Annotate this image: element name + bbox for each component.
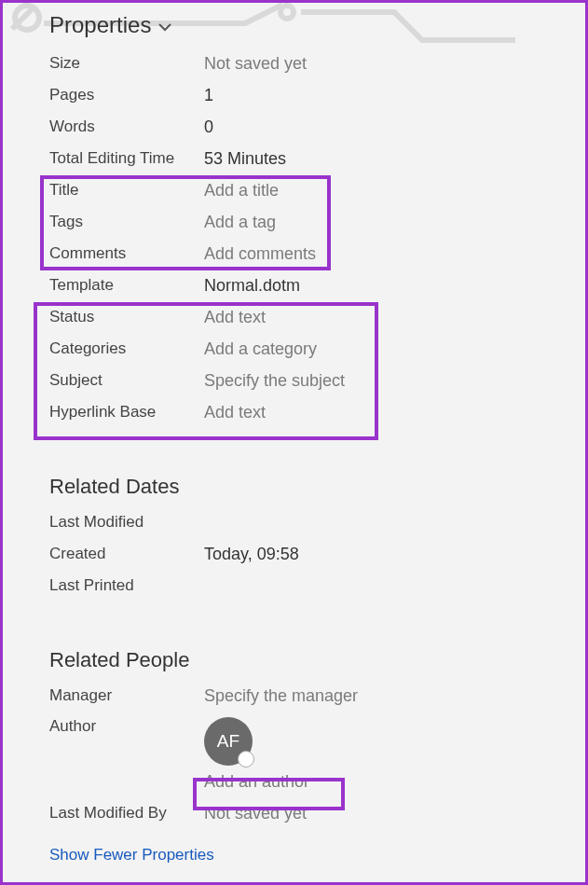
related-people-heading: Related People [49, 648, 585, 672]
title-field[interactable]: Add a title [204, 181, 279, 201]
comments-label: Comments [49, 244, 204, 263]
last-modified-by-value: Not saved yet [204, 804, 307, 823]
editing-time-value: 53 Minutes [204, 149, 286, 169]
manager-label: Manager [49, 686, 204, 705]
related-dates-heading: Related Dates [49, 475, 585, 499]
last-modified-by-label: Last Modified By [49, 804, 204, 823]
tags-label: Tags [49, 213, 204, 231]
properties-heading[interactable]: Properties [49, 12, 151, 38]
words-label: Words [49, 118, 204, 136]
status-label: Status [49, 308, 204, 326]
presence-badge-icon [238, 751, 254, 767]
last-modified-label: Last Modified [49, 513, 204, 532]
show-fewer-properties-link[interactable]: Show Fewer Properties [49, 846, 585, 864]
size-label: Size [49, 54, 204, 73]
subject-label: Subject [49, 371, 204, 390]
size-value: Not saved yet [204, 54, 307, 74]
add-author-field[interactable]: Add an author [204, 772, 309, 792]
manager-field[interactable]: Specify the manager [204, 686, 358, 706]
words-value: 0 [204, 118, 213, 137]
editing-time-label: Total Editing Time [49, 149, 204, 168]
author-avatar[interactable]: AF [204, 717, 253, 766]
author-label: Author [49, 717, 204, 736]
hyperlink-base-label: Hyperlink Base [49, 403, 204, 422]
pages-label: Pages [49, 86, 204, 104]
pages-value: 1 [204, 86, 213, 105]
template-label: Template [49, 276, 204, 295]
title-label: Title [49, 181, 204, 200]
status-field[interactable]: Add text [204, 308, 266, 327]
comments-field[interactable]: Add comments [204, 244, 316, 264]
hyperlink-base-field[interactable]: Add text [204, 403, 266, 422]
created-label: Created [49, 545, 204, 563]
author-initials: AF [217, 731, 239, 752]
chevron-down-icon[interactable] [158, 18, 171, 36]
template-value: Normal.dotm [204, 276, 300, 296]
subject-field[interactable]: Specify the subject [204, 371, 345, 391]
categories-label: Categories [49, 339, 204, 358]
categories-field[interactable]: Add a category [204, 339, 317, 359]
created-value: Today, 09:58 [204, 545, 299, 564]
last-printed-label: Last Printed [49, 576, 204, 595]
tags-field[interactable]: Add a tag [204, 213, 276, 232]
